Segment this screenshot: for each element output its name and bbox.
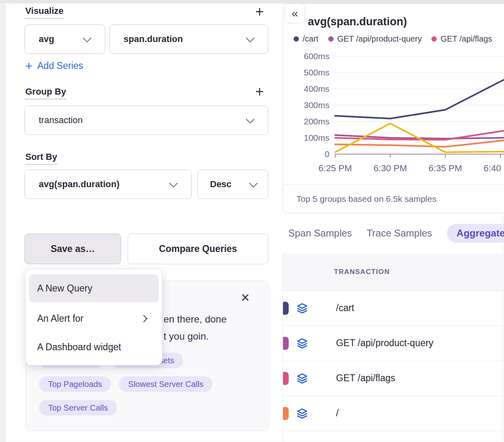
svg-text:300ms: 300ms [304,100,329,110]
tab-trace-samples[interactable]: Trace Samples [367,224,432,243]
layers-icon [297,408,307,419]
chart-footer: Top 5 groups based on 6.5k samples [283,184,504,213]
layers-icon [297,338,307,349]
aggregate-select[interactable]: avg [24,24,105,54]
svg-text:0: 0 [325,149,329,159]
aggregate-value: avg [39,34,54,44]
svg-text:6:35 PM: 6:35 PM [429,163,462,173]
svg-text:6:40 PM: 6:40 PM [484,163,504,173]
svg-text:200ms: 200ms [304,117,329,126]
svg-text:6:30 PM: 6:30 PM [374,163,407,173]
suggested-query-pill[interactable]: Top Server Calls [39,400,117,415]
window-top-strip [0,0,504,3]
chevron-down-icon [246,33,254,42]
menu-item-a-dashboard-widget[interactable]: A Dashboard widget [29,335,159,359]
samples-tabs: Span SamplesTrace SamplesAggregates [288,224,504,243]
transaction-cell: /cart [336,303,354,314]
chevron-down-icon [249,179,258,187]
field-select[interactable]: span.duration [109,24,268,54]
legend-label: GET /api/product-query [337,34,422,44]
save-as-menu: A New QueryAn Alert forA Dashboard widge… [25,269,162,365]
aggregates-table: TRANSACTION /cartGET /api/product-queryG… [283,254,504,442]
menu-item-label: A Dashboard widget [37,342,121,353]
svg-text:6:25 PM: 6:25 PM [318,163,352,173]
transaction-cell: GET /api/flags [336,373,395,384]
legend-dot-icon [328,36,334,42]
legend-item: GET /api/product-query [328,34,422,44]
transaction-cell: GET /api/product-query [336,338,433,349]
chevron-down-icon [169,179,178,187]
legend-item: GET /api/flags [431,34,492,44]
legend-item: /cart [294,34,318,44]
duration-line-chart: 600ms500ms400ms300ms200ms100ms06:25 PM6:… [283,45,504,179]
save-as-button[interactable]: Save as… [24,234,121,264]
menu-item-label: A New Query [37,283,93,294]
menu-item-label: An Alert for [37,313,84,324]
banner-text-line2: t you goin. [164,331,209,342]
menu-item-a-new-query[interactable]: A New Query [29,274,159,302]
legend-dot-icon [294,36,299,42]
group-by-heading: Group By [25,86,66,99]
add-visualize-button[interactable]: + [255,6,264,18]
svg-text:400ms: 400ms [304,84,329,93]
field-value: span.duration [124,34,183,44]
legend-dot-icon [431,36,437,42]
suggested-query-pill[interactable]: Slowest Server Calls [119,376,212,392]
chart-footer-text: Top 5 groups based on 6.5k samples [296,194,436,204]
close-icon[interactable]: × [241,292,250,304]
sort-direction-value: Desc [210,179,232,190]
plus-icon: + [25,61,33,71]
add-series-button[interactable]: + Add Series [25,60,83,71]
chart-legend: /cartGET /api/product-queryGET /api/flag… [294,34,492,44]
chevron-down-icon [246,115,254,123]
suggested-query-pill[interactable]: Top Pageloads [39,376,111,392]
chart-title: avg(span.duration) [308,15,407,28]
compare-queries-button[interactable]: Compare Queries [128,234,268,264]
sort-by-heading: Sort By [25,152,57,165]
svg-text:500ms: 500ms [304,68,329,77]
table-row[interactable]: / [283,396,504,431]
series-color-bar [283,372,289,385]
chevron-right-icon [140,315,147,322]
legend-label: GET /api/flags [440,34,492,44]
group-by-value: transaction [39,115,83,126]
add-group-by-button[interactable]: + [255,86,264,98]
tab-span-samples[interactable]: Span Samples [288,224,352,243]
menu-item-an-alert-for[interactable]: An Alert for [29,307,159,330]
tab-aggregates[interactable]: Aggregates [447,224,504,243]
table-row[interactable]: GET /api/product-query [283,326,504,361]
sort-direction-select[interactable]: Desc [197,170,268,199]
banner-text-line1: en there, done [164,314,227,325]
add-series-label: Add Series [38,60,84,71]
series-color-bar [283,337,289,350]
left-gutter [0,3,6,442]
collapse-panel-button[interactable]: « [285,3,305,23]
group-by-select[interactable]: transaction [24,106,268,135]
sort-field-value: avg(span.duration) [39,179,119,190]
transaction-cell: / [336,408,338,419]
sort-field-select[interactable]: avg(span.duration) [24,170,192,199]
visualize-heading: Visualize [25,6,64,19]
transaction-column-header: TRANSACTION [334,268,390,276]
legend-label: /cart [303,34,318,44]
table-row[interactable]: /cart [283,291,504,326]
series-color-bar [283,302,289,315]
table-header-row: TRANSACTION [283,254,504,291]
chevron-down-icon [83,33,91,42]
series-color-bar [283,407,289,420]
layers-icon [297,373,307,384]
table-row[interactable]: GET /api/flags [283,361,504,396]
svg-text:100ms: 100ms [304,133,329,142]
layers-icon [297,303,307,314]
svg-text:600ms: 600ms [304,51,329,61]
